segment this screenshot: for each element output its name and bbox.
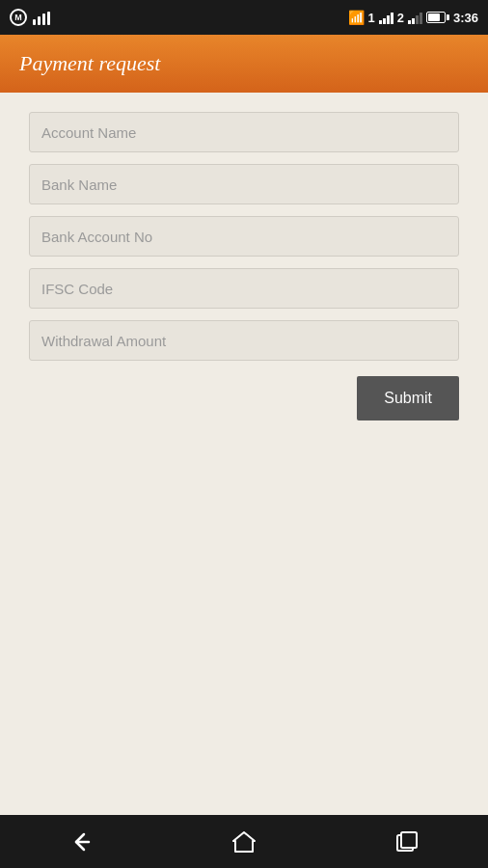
bank-account-no-input[interactable] [29,216,459,257]
submit-container: Submit [29,376,459,420]
account-name-input[interactable] [29,112,459,152]
page-title: Payment request [19,51,160,76]
bank-name-input[interactable] [29,164,459,204]
status-right: 📶 1 2 3:36 [348,10,479,25]
withdrawal-amount-field [29,320,459,361]
motorola-logo: M [10,9,27,26]
home-icon [231,830,257,854]
svg-marker-1 [233,832,255,852]
svg-rect-3 [401,832,417,848]
signal2-icon [408,11,422,24]
bank-account-no-field [29,216,459,257]
signal1-icon [379,11,393,24]
main-content: Submit [0,93,488,440]
submit-button[interactable]: Submit [357,376,459,420]
bank-name-field [29,164,459,204]
time-display: 3:36 [453,11,478,25]
ifsc-code-input[interactable] [29,268,459,309]
account-name-field [29,112,459,152]
back-icon [69,830,93,854]
home-button[interactable] [215,823,273,861]
carrier2-label: 2 [397,11,404,25]
app-header: Payment request [0,35,488,93]
ifsc-code-field [29,268,459,309]
wifi-icon: 📶 [348,10,365,25]
carrier1-label: 1 [368,11,375,25]
navigation-bar [0,815,488,868]
back-button[interactable] [52,823,110,861]
recent-apps-icon [395,830,419,854]
vertical-bars-icon [33,10,50,25]
status-left: M [10,9,50,26]
battery-icon [426,12,449,23]
withdrawal-amount-input[interactable] [29,320,459,361]
recent-apps-button[interactable] [378,823,436,861]
status-bar: M 📶 1 2 3:36 [0,0,488,35]
